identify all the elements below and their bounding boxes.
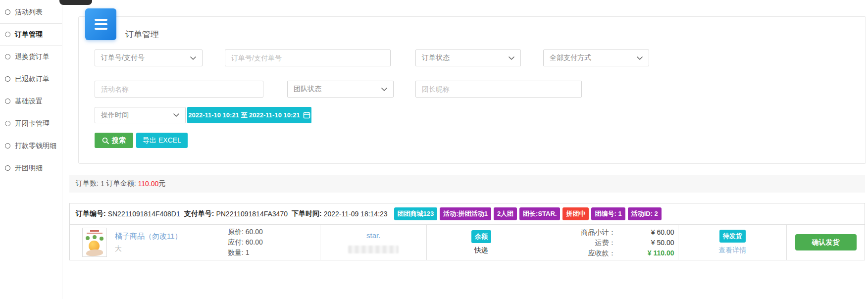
- action-cell: 确认发货: [786, 225, 865, 260]
- status-badge: 待发货: [719, 230, 746, 243]
- order-status-select[interactable]: 订单状态: [415, 50, 521, 66]
- time-type-select[interactable]: 操作时间: [95, 107, 186, 123]
- team-status-value: 团队状态: [294, 85, 321, 94]
- order-card: 订单编号: SN2211091814F408D1 支付单号: PN2211091…: [69, 203, 865, 260]
- pay-no-value: PN2211091814FA3470: [216, 210, 288, 218]
- order-amount-label: 订单金额:: [106, 179, 136, 188]
- filter-panel: 订单管理 订单号/支付号 订单状态 全部支付方式 团队状态: [78, 16, 866, 164]
- team-status-select[interactable]: 团队状态: [287, 81, 394, 98]
- sidebar-item-transfer-detail[interactable]: 打款零钱明细: [0, 135, 62, 157]
- dark-notch: [59, 0, 92, 5]
- leader-nickname-input[interactable]: [415, 81, 582, 98]
- chevron-down-icon: [509, 56, 514, 60]
- activity-id-badge: 活动ID: 2: [628, 207, 662, 220]
- export-excel-button[interactable]: 导出 EXCEL: [136, 133, 188, 148]
- date-range-button[interactable]: 2022-11-10 10:21 至 2022-11-10 10:21: [187, 107, 311, 123]
- chevron-down-icon: [637, 56, 643, 60]
- pay-no-label: 支付单号:: [184, 209, 214, 218]
- freight-label: 运费：: [595, 238, 615, 248]
- sidebar-item-refunded-orders[interactable]: 已退款订单: [0, 68, 62, 90]
- pay-method-value: 全部支付方式: [550, 53, 591, 62]
- order-no-input[interactable]: [225, 50, 391, 66]
- sidebar-item-order-management[interactable]: 订单管理: [0, 23, 62, 46]
- date-range-value: 2022-11-10 10:21 至 2022-11-10 10:21: [188, 111, 300, 120]
- order-time-value: 2022-11-09 18:14:23: [324, 210, 388, 218]
- orig-price-value: 60.00: [246, 228, 263, 236]
- view-detail-link[interactable]: 查看详情: [718, 246, 746, 255]
- product-image: [82, 228, 107, 257]
- chevron-down-icon: [381, 88, 387, 91]
- sidebar-item-label: 开团卡管理: [15, 119, 50, 128]
- product-name-link[interactable]: 橘子商品（勿改11）: [115, 232, 208, 241]
- sidebar-item-label: 基础设置: [15, 97, 43, 106]
- price-block: 原价: 60.00 应付: 60.00 数量: 1: [228, 227, 263, 257]
- order-count-label: 订单数:: [76, 179, 99, 188]
- order-amount-unit: 元: [158, 179, 165, 188]
- sidebar-item-return-orders[interactable]: 退换货订单: [0, 46, 62, 68]
- payable-label: 应付:: [228, 238, 244, 246]
- receivable-label: 应收款：: [588, 248, 615, 258]
- circle-icon: [5, 143, 10, 149]
- hand-graphic: [86, 249, 103, 256]
- pay-method-select[interactable]: 全部支付方式: [543, 50, 649, 66]
- sidebar-item-activity-list[interactable]: 活动列表: [0, 1, 62, 23]
- circle-icon: [5, 99, 10, 104]
- circle-icon: [5, 54, 10, 59]
- sidebar: 活动列表 订单管理 退换货订单 已退款订单 基础设置 开团卡管理 打款零钱明细: [0, 0, 62, 299]
- payable-value: 60.00: [246, 238, 263, 246]
- order-row: 橘子商品（勿改11） 大 原价: 60.00 应付: 60.00 数量: 1 s…: [70, 225, 865, 260]
- freight-value: ¥ 50.00: [615, 238, 674, 248]
- sidebar-item-group-card-management[interactable]: 开团卡管理: [0, 112, 62, 135]
- sidebar-item-label: 开团明细: [15, 164, 43, 173]
- buyer-nickname: star.: [366, 231, 380, 240]
- order-no-label: 订单编号:: [76, 209, 106, 218]
- product-spec: 大: [115, 245, 208, 253]
- confirm-ship-button[interactable]: 确认发货: [795, 234, 857, 250]
- grouping-status-badge: 拼团中: [562, 207, 589, 220]
- order-no-type-value: 订单号/支付号: [101, 53, 145, 62]
- status-cell: 待发货 查看详情: [678, 225, 786, 260]
- sidebar-item-label: 退换货订单: [15, 52, 50, 61]
- circle-icon: [5, 165, 10, 171]
- circle-icon: [5, 121, 10, 126]
- order-count-value: 1: [101, 180, 104, 188]
- circle-icon: [5, 32, 10, 37]
- menu-button[interactable]: [85, 8, 116, 40]
- page-title: 订单管理: [125, 29, 159, 40]
- export-button-label: 导出 EXCEL: [143, 136, 181, 145]
- shipping-method: 快递: [474, 246, 488, 255]
- search-icon: [102, 137, 109, 144]
- pay-method-badge: 余额: [471, 230, 491, 243]
- sidebar-item-label: 已退款订单: [15, 75, 50, 84]
- chevron-down-icon: [173, 113, 179, 117]
- shop-badge: 团团商城123: [394, 207, 438, 220]
- payment-cell: 余额 快递: [426, 225, 536, 260]
- circle-icon: [5, 76, 10, 82]
- activity-badge: 活动:拼团活动1: [440, 207, 491, 220]
- subtotal-value: ¥ 60.00: [615, 227, 674, 237]
- activity-name-input[interactable]: [95, 81, 263, 98]
- order-status-value: 订单状态: [422, 53, 450, 62]
- amounts-cell: 商品小计： ¥ 60.00 运费： ¥ 50.00 应收款： ¥ 110.00: [536, 225, 678, 260]
- leader-badge: 团长:STAR.: [519, 207, 560, 220]
- order-time-label: 下单时间:: [292, 209, 322, 218]
- order-no-type-select[interactable]: 订单号/支付号: [95, 50, 203, 66]
- main-content: 订单管理 订单号/支付号 订单状态 全部支付方式 团队状态: [62, 0, 868, 299]
- hamburger-icon: [95, 19, 107, 21]
- qty-label: 数量:: [228, 249, 244, 256]
- sidebar-item-label: 活动列表: [15, 8, 43, 17]
- sidebar-item-label: 打款零钱明细: [15, 142, 56, 150]
- blurred-buyer-info: [348, 246, 399, 253]
- orig-price-label: 原价:: [228, 228, 244, 236]
- order-amount-value: 110.00: [138, 180, 159, 188]
- search-button[interactable]: 搜索: [95, 133, 133, 148]
- search-button-label: 搜索: [112, 136, 126, 145]
- order-header: 订单编号: SN2211091814F408D1 支付单号: PN2211091…: [70, 203, 865, 225]
- time-type-value: 操作时间: [101, 111, 129, 120]
- sidebar-item-basic-settings[interactable]: 基础设置: [0, 90, 62, 112]
- receivable-value: ¥ 110.00: [615, 248, 674, 258]
- group-no-badge: 团编号: 1: [591, 207, 625, 220]
- sidebar-item-group-open-detail[interactable]: 开团明细: [0, 157, 62, 179]
- buyer-cell: star.: [320, 225, 426, 260]
- qty-value: 1: [246, 249, 250, 256]
